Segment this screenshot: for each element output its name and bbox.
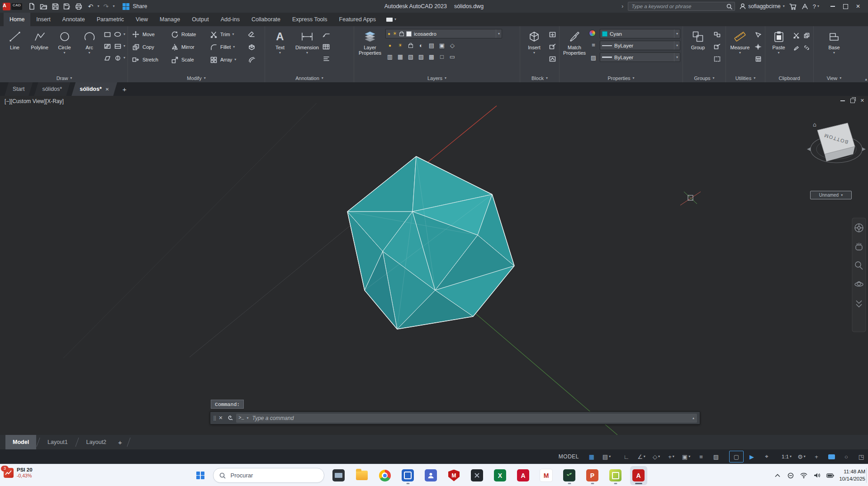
excel-button[interactable]: X: [492, 466, 509, 485]
properties-panel-label[interactable]: Properties▾: [560, 74, 683, 82]
dnd-icon[interactable]: [787, 472, 795, 480]
lineweight-combo[interactable]: ByLayer ▾: [600, 52, 680, 62]
ellipse-tool-icon[interactable]: [113, 30, 122, 39]
dark-app-button[interactable]: [469, 466, 486, 485]
base-view-button[interactable]: Base ▾: [821, 28, 847, 55]
command-recent-dropdown-icon[interactable]: ▾: [247, 416, 249, 420]
file-tab-solidos-1[interactable]: sólidos*: [34, 82, 70, 96]
tab-annotate[interactable]: Annotate: [57, 13, 91, 26]
circle-button[interactable]: Circle ▾: [53, 28, 76, 55]
lineweight-toggle[interactable]: ≡: [694, 451, 708, 462]
powerpoint-button[interactable]: P: [584, 466, 601, 485]
mirror-button[interactable]: Mirror: [169, 42, 208, 52]
move-button[interactable]: Move: [130, 30, 169, 39]
selection-arrow-toggle[interactable]: ▶: [745, 451, 759, 462]
linetype-list-icon[interactable]: ≡: [589, 40, 598, 49]
annotation-visibility-toggle[interactable]: +: [810, 451, 823, 462]
taskbar-search-input[interactable]: [230, 472, 318, 479]
new-layout-button[interactable]: +: [114, 435, 127, 449]
tab-parametric[interactable]: Parametric: [91, 13, 130, 26]
layer-match-icon[interactable]: ▣: [437, 41, 446, 50]
command-input-field[interactable]: >_ ▾ ▴: [236, 414, 697, 423]
polar-tracking-toggle[interactable]: ∠▾: [635, 451, 648, 462]
copy-button[interactable]: Copy: [130, 42, 169, 52]
open-file-button[interactable]: [38, 2, 48, 11]
block-panel-label[interactable]: Block▾: [520, 74, 559, 82]
tab-collaborate[interactable]: Collaborate: [246, 13, 286, 26]
layer-properties-button[interactable]: Layer Properties: [356, 28, 384, 56]
block-create-icon[interactable]: [548, 30, 557, 39]
layer-vpfreeze-icon[interactable]: ▦: [396, 52, 405, 61]
ortho-toggle[interactable]: ∟: [620, 451, 633, 462]
boundary-tool-icon[interactable]: [103, 53, 112, 62]
widgets-button[interactable]: 3 PSI 20 -0,43%: [4, 467, 33, 478]
viewcube[interactable]: BOTTOM ⌂: [807, 121, 866, 163]
line-button[interactable]: Line: [3, 28, 26, 50]
close-button[interactable]: ✕: [852, 1, 864, 12]
quick-calc-icon[interactable]: [754, 54, 763, 63]
plot-button[interactable]: [74, 2, 84, 11]
save-as-button[interactable]: [62, 2, 72, 11]
mcafee-button[interactable]: M: [446, 466, 463, 485]
red-a-app-button[interactable]: A: [515, 466, 532, 485]
fillet-button[interactable]: Fillet▾: [208, 42, 247, 52]
hatch-dropdown-icon[interactable]: ▾: [123, 56, 125, 60]
region-tool-icon[interactable]: [113, 53, 122, 62]
viewport-minimize-icon[interactable]: [840, 100, 845, 101]
autocad-logo[interactable]: A CAD: [3, 3, 22, 10]
layer-walk-icon[interactable]: ▥: [385, 52, 394, 61]
linetype-combo[interactable]: ByLayer ▾: [600, 41, 680, 50]
ribbon-display-toggle[interactable]: ▾: [386, 13, 396, 26]
isodraft-toggle[interactable]: ◇▾: [650, 451, 663, 462]
clipboard-match-icon[interactable]: [792, 43, 801, 52]
green-app-button[interactable]: [561, 466, 578, 485]
workspace-switching-button[interactable]: ⚙▾: [795, 451, 808, 462]
layer-change-icon[interactable]: ▩: [427, 52, 436, 61]
tab-manage[interactable]: Manage: [154, 13, 186, 26]
explode-icon[interactable]: [247, 42, 256, 52]
show-desktop-button[interactable]: [866, 468, 868, 483]
save-button[interactable]: [50, 2, 60, 11]
layer-merge-icon[interactable]: ▧: [406, 52, 415, 61]
annotation-scale-button[interactable]: 1:1▾: [780, 451, 793, 462]
new-drawing-tab-button[interactable]: +: [119, 82, 130, 96]
tab-insert[interactable]: Insert: [30, 13, 56, 26]
rotate-button[interactable]: Rotate: [169, 30, 208, 39]
command-bar-grip[interactable]: ⣿: [213, 415, 215, 420]
insert-button[interactable]: Insert ▾: [522, 28, 546, 55]
annotation-extra-icon[interactable]: [322, 54, 331, 63]
cut-icon[interactable]: [792, 31, 801, 40]
rectangle-tool-icon[interactable]: [103, 30, 112, 39]
help-search-input[interactable]: [631, 3, 724, 9]
layer-state-icon[interactable]: ▭: [448, 52, 457, 61]
object-color-combo[interactable]: Cyan ▾: [600, 29, 680, 38]
layer-prev-icon[interactable]: ◇: [448, 41, 457, 50]
selection-cycling-toggle[interactable]: ▢: [729, 451, 744, 462]
battery-icon[interactable]: [826, 472, 834, 480]
gradient-tool-icon[interactable]: [113, 42, 122, 51]
snap-toggle[interactable]: ▤▾: [600, 451, 613, 462]
offset-icon[interactable]: [247, 55, 256, 64]
tab-layout2[interactable]: Layout2: [79, 435, 114, 449]
layer-off-icon[interactable]: ●: [385, 41, 394, 50]
clean-screen-toggle[interactable]: ◳: [854, 451, 868, 462]
layer-isolate-icon[interactable]: ◐: [417, 41, 426, 50]
taskbar-search-box[interactable]: [213, 468, 324, 483]
erase-icon[interactable]: [247, 30, 256, 39]
icosahedron-solid[interactable]: [347, 156, 514, 329]
tray-chevron-up-icon[interactable]: [773, 472, 782, 480]
autodesk-access-icon[interactable]: [802, 3, 808, 9]
help-search-box[interactable]: [628, 2, 735, 11]
command-customize-wrench-icon[interactable]: [226, 415, 233, 421]
object-snap-toggle[interactable]: ▣▾: [679, 451, 693, 462]
graphics-performance-toggle[interactable]: [825, 451, 838, 462]
modify-panel-label[interactable]: Modify▾: [128, 74, 265, 82]
paste-button[interactable]: Paste ▾: [768, 28, 790, 55]
taskbar-clock[interactable]: 11:48 AM 10/14/2025: [839, 468, 865, 482]
layer-copy-icon[interactable]: □: [437, 52, 446, 61]
clipboard-link-icon[interactable]: [802, 43, 811, 52]
block-edit-icon[interactable]: [548, 42, 557, 51]
chrome-button[interactable]: [376, 466, 394, 485]
ungroup-icon[interactable]: [712, 30, 721, 39]
tab-addins[interactable]: Add-ins: [215, 13, 246, 26]
